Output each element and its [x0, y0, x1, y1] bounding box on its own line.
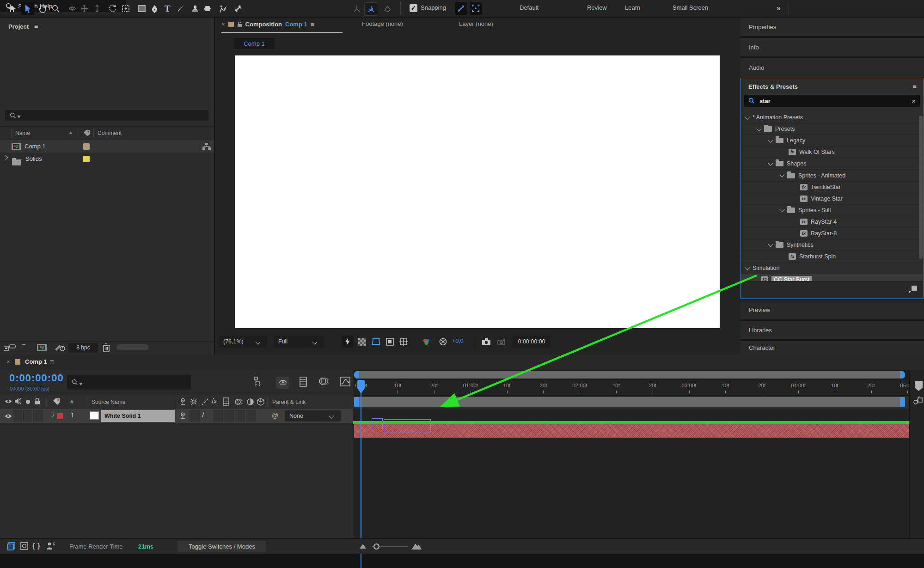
expand-transfer-controls-icon[interactable]	[20, 542, 28, 550]
work-area-start-handle[interactable]	[354, 397, 359, 407]
motion-blur-column-icon[interactable]	[235, 398, 243, 405]
new-panel-icon[interactable]	[909, 286, 917, 293]
exposure-value[interactable]: +0,0	[452, 338, 464, 344]
tree-item-starburst-spin[interactable]: fxStarburst Spin	[741, 251, 923, 263]
shy-column-icon[interactable]	[179, 398, 186, 406]
rotobrush-tool-icon[interactable]	[216, 2, 229, 15]
expand-layer-icon[interactable]	[49, 412, 54, 417]
audio-speaker-icon[interactable]	[15, 397, 21, 405]
label-column-icon[interactable]	[83, 130, 90, 137]
chevron-down-icon[interactable]	[779, 172, 784, 177]
viewer-panel-menu-icon[interactable]: ≡	[311, 20, 315, 28]
world-axis-mode-icon[interactable]	[364, 2, 378, 16]
tree-item-vintage-star[interactable]: fxVintage Star	[741, 193, 923, 205]
frame-blend-column-icon[interactable]	[223, 397, 229, 406]
chevron-down-icon[interactable]	[745, 114, 750, 119]
tab-footage[interactable]: Footage (none)	[362, 20, 403, 27]
workspace-tab-small-screen[interactable]: Small Screen	[673, 4, 708, 11]
effects-search-input[interactable]	[759, 97, 908, 105]
selection-tool-icon[interactable]	[21, 2, 34, 15]
workspace-tab-default[interactable]: Default	[520, 4, 538, 11]
channel-rgb-icon[interactable]	[421, 336, 432, 348]
local-axis-mode-icon[interactable]	[350, 2, 363, 15]
bit-depth-button[interactable]: 8 bpc	[68, 343, 98, 353]
3d-layer-column-icon[interactable]	[257, 398, 264, 406]
render-time-person-icon[interactable]	[46, 542, 55, 550]
composition-canvas[interactable]	[235, 55, 720, 328]
magnification-dropdown[interactable]: (76,1%)	[219, 336, 267, 348]
collapse-cell[interactable]	[190, 410, 200, 421]
project-row-comp1[interactable]: Comp 1	[0, 140, 214, 153]
chevron-down-icon[interactable]	[756, 126, 761, 131]
workspace-overflow-icon[interactable]: »	[777, 4, 781, 12]
column-parent-link[interactable]: Parent & Link	[272, 399, 306, 405]
fx-cell[interactable]	[213, 410, 223, 421]
column-comment[interactable]: Comment	[98, 130, 122, 136]
tree-item-sprites-animated[interactable]: Sprites - Animated	[741, 170, 923, 181]
column-name[interactable]: Name	[15, 130, 30, 136]
solo-cell[interactable]	[23, 410, 32, 421]
grid-guides-icon[interactable]	[398, 336, 409, 348]
column-source-name[interactable]: Source Name	[92, 399, 125, 405]
stamp-tool-icon[interactable]	[189, 2, 202, 15]
solid-color-swatch[interactable]	[90, 411, 99, 420]
tree-item-synthetics[interactable]: Synthetics	[741, 239, 923, 251]
label-color-chip[interactable]	[83, 156, 90, 162]
project-row-solids[interactable]: Solids	[0, 153, 214, 165]
effects-panel-menu-icon[interactable]: ≡	[912, 82, 917, 90]
orbit-camera-tool-icon[interactable]	[66, 2, 79, 15]
type-tool-icon[interactable]: T	[161, 2, 174, 15]
tab-character[interactable]: Character	[740, 341, 924, 354]
pan-camera-tool-icon[interactable]	[78, 2, 91, 15]
timeline-tab-label[interactable]: Comp 1	[25, 358, 47, 365]
close-icon[interactable]: ×	[221, 21, 225, 28]
parent-link-dropdown[interactable]: None	[285, 410, 341, 421]
time-navigator[interactable]	[353, 370, 910, 380]
work-area-bar[interactable]	[354, 397, 905, 407]
expand-in-out-icon[interactable]: { }	[32, 542, 41, 550]
chevron-down-icon[interactable]	[768, 160, 773, 165]
lock-icon[interactable]	[34, 397, 40, 405]
hand-tool-icon[interactable]	[36, 2, 49, 15]
comp-marker-bin-icon[interactable]	[914, 381, 923, 391]
brush-tool-icon[interactable]	[174, 2, 187, 15]
trash-icon[interactable]	[103, 343, 110, 352]
transparency-grid-icon[interactable]	[356, 336, 367, 348]
tab-preview[interactable]: Preview	[740, 300, 924, 320]
effects-search-box[interactable]: ×	[744, 95, 920, 107]
timeline-search-input[interactable]	[67, 375, 191, 390]
expand-arrow-icon[interactable]	[3, 155, 8, 160]
show-snapshot-icon[interactable]	[496, 336, 507, 348]
effects-scrollbar-thumb[interactable]	[919, 116, 923, 259]
navigator-start-handle[interactable]	[354, 371, 359, 379]
tree-item-animation-presets[interactable]: * Animation Presets	[741, 112, 923, 123]
layer-visibility-eye-icon[interactable]	[5, 414, 12, 419]
layer-quality-icon[interactable]: /	[202, 410, 204, 420]
time-navigator-bar[interactable]	[354, 371, 905, 379]
viewer-current-time[interactable]: 0:00:00:00	[513, 336, 551, 348]
collapse-transformations-icon[interactable]	[190, 398, 197, 405]
tree-item-sprites-still[interactable]: Sprites - Still	[741, 205, 923, 216]
quality-column-icon[interactable]	[202, 398, 208, 405]
snap-to-features-icon[interactable]	[470, 2, 482, 15]
expand-layer-switches-icon[interactable]	[7, 542, 15, 550]
tab-info[interactable]: Info	[740, 38, 924, 57]
camera-tool-icon[interactable]	[119, 2, 132, 15]
work-area-end-handle[interactable]	[900, 397, 905, 407]
current-time-display[interactable]: 0:00:00:00	[9, 372, 64, 384]
toggle-switches-modes-button[interactable]: Toggle Switches / Modes	[177, 541, 266, 552]
navigator-end-handle[interactable]	[900, 371, 905, 379]
tree-item-raystar-8[interactable]: fxRayStar-8	[741, 228, 923, 239]
project-panel-menu-icon[interactable]: ≡	[34, 22, 38, 30]
view-axis-mode-icon[interactable]	[381, 2, 394, 15]
resolution-dropdown[interactable]: Full	[274, 336, 324, 348]
chevron-down-icon[interactable]	[768, 137, 773, 142]
unlock-icon[interactable]	[237, 21, 242, 28]
tab-composition[interactable]: × Composition Comp 1 ≡	[221, 20, 314, 28]
adjustment-layer-column-icon[interactable]	[247, 398, 254, 405]
mask-visibility-icon[interactable]	[370, 336, 381, 348]
layer-duration-bar[interactable]	[354, 424, 910, 438]
home-icon[interactable]	[6, 2, 18, 15]
timeline-zoom-slider-knob[interactable]	[373, 544, 379, 550]
solo-icon[interactable]	[26, 400, 30, 404]
